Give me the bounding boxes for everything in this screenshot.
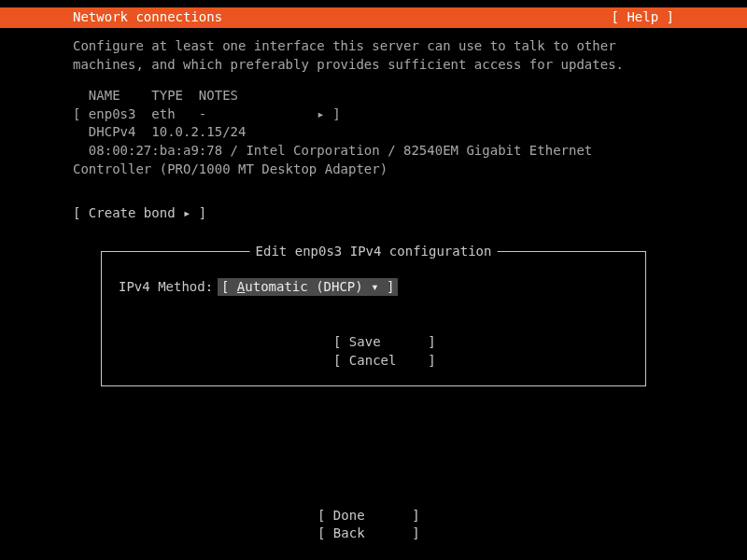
dropdown-open-bracket: [ [221, 279, 237, 294]
done-button[interactable]: [ Done ] [317, 507, 430, 525]
footer-buttons: [ Done ] [ Back ] [0, 507, 747, 543]
interface-dhcp-info: DHCPv4 10.0.2.15/24 [73, 123, 674, 142]
save-button[interactable]: [ Save ] [333, 333, 628, 352]
help-button[interactable]: [ Help ] [612, 8, 747, 27]
dialog-buttons: [ Save ] [ Cancel ] [119, 333, 628, 370]
ipv4-method-dropdown[interactable]: [ Automatic (DHCP) ▾ ] [218, 278, 398, 297]
description-text: Configure at least one interface this se… [73, 37, 674, 74]
interface-row-enp0s3[interactable]: [ enp0s3 eth - ▸ ] [73, 105, 674, 124]
interface-table-header: NAME TYPE NOTES [73, 87, 674, 105]
header-bar: Network connections [ Help ] [0, 7, 747, 28]
page-title: Network connections [0, 8, 222, 27]
interface-hw-info: 08:00:27:ba:a9:78 / Intel Corporation / … [73, 142, 674, 178]
ipv4-config-dialog: Edit enp0s3 IPv4 configuration IPv4 Meth… [101, 251, 646, 386]
ipv4-method-label: IPv4 Method: [119, 278, 218, 297]
ipv4-method-row: IPv4 Method: [ Automatic (DHCP) ▾ ] [119, 278, 628, 297]
back-button[interactable]: [ Back ] [317, 525, 430, 543]
main-content: Configure at least one interface this se… [0, 28, 747, 386]
dialog-title: Edit enp0s3 IPv4 configuration [250, 243, 498, 261]
dropdown-text: utomatic (DHCP) ▾ ] [245, 279, 394, 294]
create-bond-button[interactable]: [ Create bond ▸ ] [73, 204, 674, 223]
cancel-button[interactable]: [ Cancel ] [333, 352, 628, 371]
